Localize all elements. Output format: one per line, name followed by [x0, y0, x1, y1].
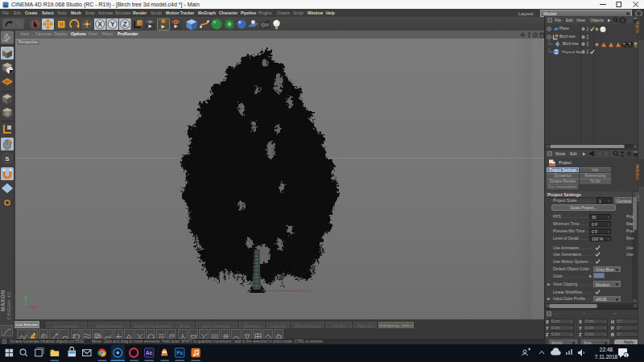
svg-text:22:48: 22:48: [600, 347, 613, 352]
svg-text:Y: Y: [110, 20, 115, 28]
svg-text:Z: Z: [123, 20, 127, 28]
svg-text:7.11.2018: 7.11.2018: [595, 354, 618, 360]
svg-text:X: X: [97, 20, 102, 28]
svg-text:Ps: Ps: [176, 350, 183, 356]
svg-text:S: S: [5, 155, 10, 162]
svg-text:Ae: Ae: [146, 350, 153, 356]
